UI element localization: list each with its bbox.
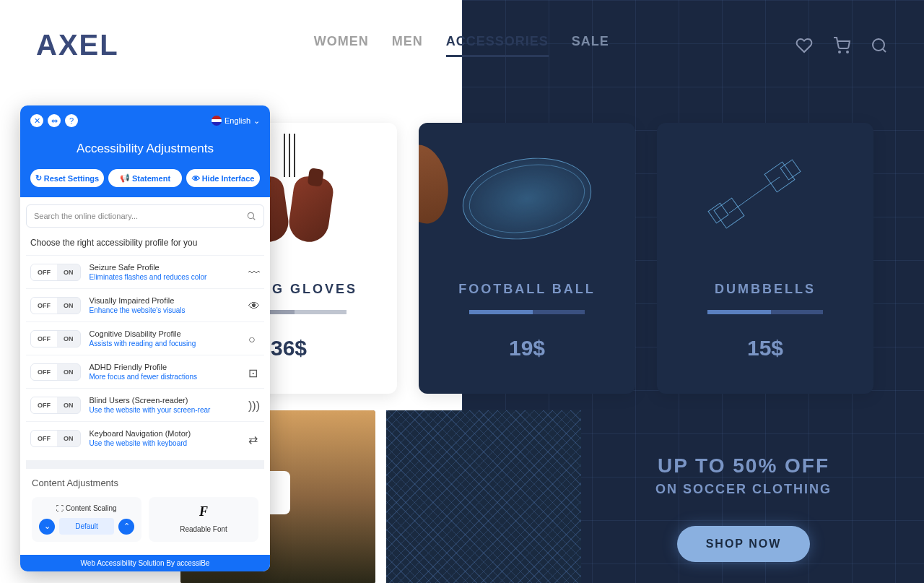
product-name: FOOTBALL BALL [458,282,596,297]
profile-seizure-safe: OFFON Seizure Safe ProfileEliminates fla… [26,255,264,288]
focus-icon: ⊡ [248,366,260,378]
resize-icon[interactable]: ⇔ [48,114,61,127]
toggle[interactable]: OFFON [30,363,81,381]
profile-adhd: OFFON ADHD Friendly ProfileMore focus an… [26,355,264,388]
nav-accessories[interactable]: ACCESSORIES [446,34,549,57]
scale-value: Default [59,518,114,535]
product-grid: BOXING GLOVES 36$ FOOTBALL BALL 19$ DUMB… [180,123,873,394]
svg-line-9 [253,217,255,220]
product-name: DUMBBELLS [715,282,816,297]
help-icon[interactable]: ? [65,114,78,127]
svg-point-8 [248,212,253,218]
statement-button[interactable]: 📢Statement [108,169,182,187]
svg-line-3 [883,48,886,51]
font-icon: F [199,504,208,519]
circle-icon: ○ [248,333,260,345]
product-price: 15$ [747,336,783,360]
profile-cognitive: OFFON Cognitive Disability ProfileAssist… [26,321,264,355]
product-price: 36$ [271,336,307,360]
search-icon [246,211,256,221]
toggle[interactable]: OFFON [30,297,81,314]
product-image [419,123,635,275]
nav-women[interactable]: WOMEN [314,34,369,57]
toggle[interactable]: OFFON [30,264,81,281]
svg-rect-7 [780,160,801,180]
product-image [657,123,873,275]
scale-icon: ⛶ [56,504,64,512]
dictionary-search[interactable] [26,204,264,228]
svg-point-2 [873,39,884,51]
nav-men[interactable]: MEN [392,34,423,57]
toggle[interactable]: OFFON [30,397,81,414]
svg-point-1 [847,51,848,53]
search-icon[interactable] [871,37,888,54]
main-nav: WOMEN MEN ACCESSORIES SALE [314,34,609,57]
profile-visually-impaired: OFFON Visually Impaired ProfileEnhance t… [26,288,264,321]
nav-sale[interactable]: SALE [572,34,609,57]
close-icon[interactable]: ✕ [30,114,43,127]
reset-settings-button[interactable]: ↻Reset Settings [30,169,104,187]
divider [707,310,823,314]
cart-icon[interactable] [833,37,850,54]
search-input[interactable] [34,212,246,220]
flag-icon [212,116,222,126]
profile-section-title: Choose the right accessibility profile f… [26,228,264,255]
product-card[interactable]: FOOTBALL BALL 19$ [419,123,635,394]
scale-down-button[interactable]: ⌄ [39,519,55,535]
language-selector[interactable]: English ⌄ [212,116,260,126]
scale-up-button[interactable]: ⌃ [118,519,134,535]
readable-font-card[interactable]: F Readable Font [149,497,258,542]
svg-point-0 [839,51,840,53]
sound-icon: ))) [248,400,260,411]
divider [469,310,585,314]
widget-footer: Web Accessibility Solution By accessiBe [20,555,270,571]
promo-image-net [386,410,581,583]
wave-icon: 〰 [248,267,260,278]
profile-keyboard: OFFON Keyboard Navigation (Motor)Use the… [26,421,264,454]
shop-now-button[interactable]: SHOP NOW [677,526,811,562]
widget-title: Accessibility Adjustments [30,142,260,156]
swap-icon: ⇄ [248,433,260,444]
content-scaling-card: ⛶ Content Scaling ⌄ Default ⌃ [32,497,141,542]
chevron-down-icon: ⌄ [253,116,260,126]
content-adjustments-title: Content Adjustments [32,478,258,488]
promo-subtitle: ON SOCCER CLOTHING [655,482,832,497]
hide-interface-button[interactable]: 👁Hide Interface [186,169,260,187]
toggle[interactable]: OFFON [30,430,81,447]
profile-blind: OFFON Blind Users (Screen-reader)Use the… [26,388,264,421]
heart-icon[interactable] [796,37,813,54]
product-price: 19$ [509,336,545,360]
promo-title: UP TO 50% OFF [658,454,829,478]
product-card[interactable]: DUMBBELLS 15$ [657,123,873,394]
site-header: AXEL WOMEN MEN ACCESSORIES SALE [0,29,924,61]
accessibility-widget: ✕ ⇔ ? English ⌄ Accessibility Adjustment… [20,105,270,571]
language-label: English [225,116,250,125]
eye-icon: 👁 [248,300,260,311]
toggle[interactable]: OFFON [30,330,81,347]
logo[interactable]: AXEL [36,29,119,61]
svg-rect-6 [708,203,728,223]
